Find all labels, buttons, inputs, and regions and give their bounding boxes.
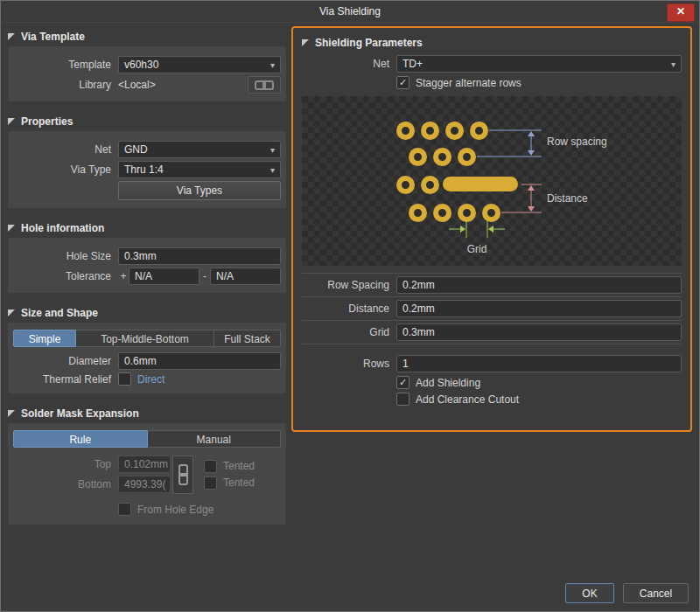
tab-rule[interactable]: Rule (13, 430, 148, 448)
library-link-button[interactable] (248, 76, 281, 94)
add-clearance-cutout-label[interactable]: Add Clearance Cutout (416, 393, 519, 406)
section-properties: Properties Net GND ▾ Via Type Thru 1:4 ▾ (8, 112, 286, 208)
direct-checkbox-label[interactable]: Direct (137, 373, 164, 386)
bottom-label: Bottom (13, 478, 118, 490)
library-value: <Local> (118, 79, 248, 91)
direct-checkbox[interactable] (118, 372, 131, 386)
tolerance-minus-sign: - (200, 270, 210, 282)
diameter-label: Diameter (13, 355, 118, 367)
section-header-shielding-parameters[interactable]: Shielding Parameters (302, 33, 682, 52)
top-label: Top (13, 458, 118, 470)
section-title: Properties (21, 115, 73, 128)
section-header-solder-mask-expansion[interactable]: Solder Mask Expansion (8, 404, 286, 423)
tented-bottom-label: Tented (223, 476, 255, 489)
spacing-parameters: Row Spacing 0.2mm Distance 0.2mm Grid 0.… (302, 273, 682, 344)
distance-label: Distance (302, 303, 396, 315)
grid-input[interactable]: 0.3mm (396, 323, 682, 341)
section-title: Shielding Parameters (315, 37, 423, 49)
section-title: Hole information (21, 222, 104, 234)
check-icon: ✓ (399, 78, 407, 87)
via-type-label: Via Type (13, 163, 118, 176)
via-type-dropdown[interactable]: Thru 1:4 ▾ (118, 161, 281, 178)
dimension-annotations (302, 96, 682, 266)
rows-label: Rows (302, 358, 396, 370)
section-header-hole-information[interactable]: Hole information (8, 219, 286, 238)
diagram-distance-label: Distance (547, 192, 588, 205)
collapse-icon (8, 410, 15, 417)
left-column: Via Template Template v60h30 ▾ Library <… (8, 27, 286, 535)
hole-size-label: Hole Size (13, 250, 118, 262)
collapse-icon (8, 118, 15, 125)
ok-button[interactable]: OK (565, 583, 614, 603)
via-type-value: Thru 1:4 (124, 163, 164, 176)
bottom-expansion-value: 4993.39( (124, 478, 165, 490)
tented-bottom-checkbox[interactable] (204, 476, 217, 490)
via-types-button[interactable]: Via Types (118, 181, 281, 200)
tolerance-minus-value: N/A (216, 270, 234, 282)
tab-simple[interactable]: Simple (13, 330, 76, 347)
row-spacing-input[interactable]: 0.2mm (396, 276, 682, 294)
section-header-via-template[interactable]: Via Template (8, 27, 286, 46)
section-hole-information: Hole information Hole Size 0.3mm Toleran… (8, 219, 286, 293)
solder-mask-tabs: Rule Manual (13, 430, 281, 448)
add-clearance-cutout-checkbox[interactable] (396, 393, 410, 406)
from-hole-edge-label: From Hole Edge (137, 504, 214, 516)
add-clearance-row: Add Clearance Cutout (396, 393, 682, 406)
properties-panel: Net GND ▾ Via Type Thru 1:4 ▾ Via Types (8, 131, 286, 208)
chevron-down-icon: ▾ (270, 145, 275, 155)
row-spacing-value: 0.2mm (402, 279, 435, 291)
collapse-icon (8, 309, 15, 316)
add-shielding-row: ✓ Add Shielding (396, 376, 682, 389)
tab-full-stack[interactable]: Full Stack (214, 330, 281, 347)
bottom-expansion-input[interactable]: 4993.39( (118, 476, 171, 493)
rows-value: 1 (402, 358, 409, 370)
tented-top-checkbox[interactable] (204, 460, 217, 473)
thermal-relief-label: Thermal Relief (13, 373, 118, 386)
section-header-size-and-shape[interactable]: Size and Shape (8, 303, 286, 323)
cancel-button[interactable]: Cancel (623, 583, 689, 603)
close-button[interactable]: ✕ (667, 3, 695, 22)
title-bar: Via Shielding ✕ (1, 1, 699, 23)
hole-size-input[interactable]: 0.3mm (118, 247, 281, 265)
distance-input[interactable]: 0.2mm (396, 300, 682, 317)
diagram-row-spacing-label: Row spacing (547, 136, 607, 148)
collapse-icon (8, 225, 15, 232)
diameter-input[interactable]: 0.6mm (118, 352, 281, 370)
shield-net-label: Net (302, 58, 396, 70)
link-icon (262, 80, 274, 90)
dialog-title: Via Shielding (319, 5, 381, 17)
section-via-template: Via Template Template v60h30 ▾ Library <… (8, 27, 286, 101)
tolerance-plus-input[interactable]: N/A (129, 268, 200, 285)
tented-top-label: Tented (223, 460, 255, 472)
from-hole-edge-checkbox[interactable] (118, 503, 131, 516)
stagger-row: ✓ Stagger alternate rows (396, 76, 682, 89)
net-dropdown[interactable]: GND ▾ (118, 141, 281, 158)
chevron-down-icon: ▾ (270, 60, 275, 70)
tolerance-minus-input[interactable]: N/A (210, 268, 281, 285)
rows-input[interactable]: 1 (396, 355, 682, 372)
section-solder-mask-expansion: Solder Mask Expansion Rule Manual Top 0.… (8, 404, 286, 525)
size-and-shape-panel: Simple Top-Middle-Bottom Full Stack Diam… (8, 323, 286, 393)
via-shielding-dialog: Via Shielding ✕ Via Template Template v6… (0, 0, 700, 612)
collapse-icon (302, 39, 309, 46)
template-dropdown[interactable]: v60h30 ▾ (118, 56, 281, 73)
solder-mask-values: Top 0.102mm Bottom 4993.39( (13, 453, 281, 496)
section-size-and-shape: Size and Shape Simple Top-Middle-Bottom … (8, 303, 286, 393)
tolerance-label: Tolerance (13, 270, 118, 282)
section-header-properties[interactable]: Properties (8, 112, 286, 131)
add-shielding-checkbox[interactable]: ✓ (396, 376, 410, 389)
template-value: v60h30 (124, 59, 158, 71)
tab-manual[interactable]: Manual (148, 430, 282, 448)
stagger-label[interactable]: Stagger alternate rows (416, 77, 522, 89)
chevron-down-icon: ▾ (270, 165, 275, 175)
net-value: GND (124, 143, 148, 156)
collapse-icon (8, 33, 15, 40)
add-shielding-label[interactable]: Add Shielding (416, 377, 480, 389)
shield-net-dropdown[interactable]: TD+ ▾ (396, 55, 682, 73)
stagger-checkbox[interactable]: ✓ (396, 76, 410, 89)
link-values-toggle[interactable] (172, 456, 193, 494)
tab-top-middle-bottom[interactable]: Top-Middle-Bottom (76, 330, 214, 347)
top-expansion-input[interactable]: 0.102mm (118, 456, 171, 473)
hole-size-value: 0.3mm (124, 250, 157, 262)
diagram-grid-label: Grid (452, 243, 501, 255)
